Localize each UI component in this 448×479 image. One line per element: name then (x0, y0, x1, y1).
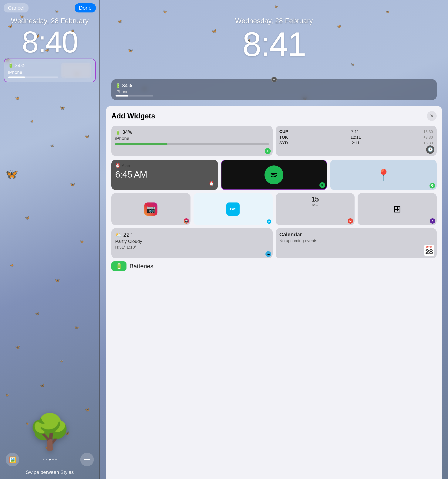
weather-high-low: H:31° L:18° (115, 245, 269, 250)
alarm-clock-icon: ⏰ (115, 163, 120, 168)
spotify-logo (264, 166, 283, 184)
dot-1 (43, 459, 44, 460)
spotify-badge (319, 182, 325, 188)
right-top-battery-widget: − 🔋 34% iPhone (111, 79, 437, 100)
calendar-widget-content: Calendar No upcoming events (279, 232, 433, 243)
widget-card-calendar[interactable]: Calendar No upcoming events WED 28 (276, 228, 437, 258)
cancel-button[interactable]: Cancel (4, 3, 28, 13)
widget-card-alarm[interactable]: ⏰ Alarm 6:45 AM ⏰ (111, 160, 218, 190)
sheet-header: Add Widgets ✕ (106, 106, 442, 124)
right-battery-bar (116, 95, 153, 97)
right-battery-pct: 34% (122, 83, 132, 89)
dot-5 (55, 459, 57, 460)
right-time: 8:41 (100, 25, 448, 64)
spotify-widget-content (264, 166, 283, 184)
paytm-badge: P (267, 220, 271, 224)
bottom-icons-row: 🖼️ ••• (0, 453, 99, 466)
right-battery-info: 🔋 34% iPhone (116, 83, 153, 97)
widget-card-weather[interactable]: ⛅ 22° Partly Cloudy H:31° L:18° ☁ (111, 228, 273, 258)
clock-time-cup: 7:11 (351, 129, 359, 134)
page-dots (43, 453, 57, 466)
widget-card-instagram[interactable]: 📷 📷 (111, 193, 191, 225)
worldclock-widget-content: CUP 7:11 -13:30 TOK 12:11 +3:30 SYD 2:11… (279, 129, 433, 146)
battery-widget-left: 🔋 34% iPhone (8, 62, 58, 78)
swipe-label: Swipe between Styles (26, 469, 74, 475)
instagram-badge: 📷 (184, 218, 189, 224)
left-landscape: 🌳 (0, 279, 99, 449)
clock-offset-tok: +3:30 (423, 135, 433, 140)
widget-card-maps[interactable]: 📍 (330, 160, 437, 190)
wallpaper-button[interactable]: 🖼️ (6, 453, 19, 466)
weather-temp: 22° (123, 232, 132, 238)
widget-card-scanner[interactable]: ⊞ ₹ (358, 193, 437, 225)
paytm-logo: PAY (226, 202, 240, 216)
maps-badge (429, 183, 435, 188)
alarm-time: 6:45 AM (115, 169, 214, 180)
widget-card-spotify[interactable] (221, 160, 327, 190)
widget-card-battery[interactable]: 🔋 34% iPhone + (111, 126, 273, 156)
battery-percentage-left: 34% (15, 62, 25, 69)
sheet-title: Add Widgets (111, 112, 155, 120)
clock-offset-syd: +5:30 (423, 141, 433, 145)
left-bottom-bar: 🖼️ ••• Swipe between Styles (0, 453, 99, 475)
sheet-close-button[interactable]: ✕ (427, 111, 437, 121)
right-battery-name: iPhone (116, 89, 153, 94)
right-date: Wednesday, 28 February (100, 17, 448, 25)
right-battery-bar-fill (116, 95, 128, 97)
left-top-bar: Cancel Done (0, 3, 99, 13)
calendar-title: Calendar (279, 232, 433, 238)
weather-app-badge: ☁ (265, 251, 271, 257)
widget-card-worldclock[interactable]: CUP 7:11 -13:30 TOK 12:11 +3:30 SYD 2:11… (276, 126, 437, 156)
gmail-count-label: new (276, 203, 355, 207)
gmail-count-number: 15 (276, 195, 355, 203)
calendar-date-badge: WED 28 (424, 245, 435, 256)
widgets-grid-row3: 📷 📷 PAY P 15 new M (106, 193, 442, 225)
battery-bar-left (8, 76, 58, 78)
dot-3-active (49, 459, 51, 460)
remove-widget-button[interactable]: − (271, 77, 277, 82)
scanner-icon: ⊞ (393, 204, 401, 215)
phonepe-badge: ₹ (430, 218, 435, 224)
clock-city-tok: TOK (279, 135, 288, 140)
clock-city-syd: SYD (279, 140, 288, 146)
battery-widget-bar (115, 143, 167, 145)
widget-card-gmail[interactable]: 15 new M (276, 193, 355, 225)
battery-icon-left: 🔋 (8, 63, 13, 68)
tree-figure: 🌳 (28, 415, 71, 449)
right-battery-icon: 🔋 (116, 83, 121, 88)
battery-widget-pct: 34% (122, 129, 132, 135)
gmail-badge: M (348, 218, 353, 224)
maps-icon: 📍 (376, 168, 391, 182)
widgets-grid-row1: 🔋 34% iPhone + CUP 7:11 -13:30 (106, 124, 442, 160)
widgets-grid-row2: ⏰ Alarm 6:45 AM ⏰ (106, 160, 442, 190)
left-widget-area[interactable]: 🔋 34% iPhone (4, 59, 96, 82)
more-button[interactable]: ••• (80, 453, 94, 466)
alarm-label: Alarm (122, 163, 132, 168)
clock-row-cup: CUP 7:11 -13:30 (279, 129, 433, 134)
batteries-section[interactable]: 🔋 Batteries (106, 261, 442, 271)
right-panel: 🦋 🦋 🦋 🦋 🦋 🦋 🦋 🦋 🦋 🦋 🦋 🦋 🦋 🦋 🦋 🦋 Wednesda… (100, 0, 448, 479)
widget-card-paytm[interactable]: PAY P (193, 193, 273, 225)
left-panel: 🦋 🦋 🦋 🦋 🦋 🦋 🦋 🦋 🦋 🦋 🦋 🦋 🦋 🦋 🦋 🦋 🦋 🦋 🦋 🦋 … (0, 0, 100, 479)
done-button[interactable]: Done (75, 3, 96, 13)
battery-widget-icon: 🔋 (115, 130, 121, 135)
weather-description: Partly Cloudy (115, 239, 269, 244)
batteries-icon: 🔋 (111, 261, 126, 271)
alarm-widget-content: ⏰ Alarm 6:45 AM (115, 163, 214, 180)
alarm-badge-icon: ⏰ (207, 180, 216, 188)
battery-label-left: iPhone (8, 70, 58, 75)
weather-icon: ⛅ (115, 232, 122, 238)
instagram-logo: 📷 (144, 202, 158, 216)
dot-2 (46, 459, 47, 460)
widgets-grid-row4: ⛅ 22° Partly Cloudy H:31° L:18° ☁ Calend… (106, 228, 442, 258)
add-battery-widget-button[interactable]: + (265, 148, 271, 154)
paytm-content: PAY (226, 202, 240, 216)
battery-widget-content: 🔋 34% iPhone (115, 129, 269, 145)
battery-bar-fill-left (8, 76, 25, 78)
left-date: Wednesday, 28 February (0, 17, 99, 25)
weather-widget-content: ⛅ 22° Partly Cloudy H:31° L:18° (115, 232, 269, 250)
calendar-date-num: 28 (425, 249, 433, 255)
gmail-count-display: 15 new (276, 195, 355, 207)
calendar-subtitle: No upcoming events (279, 238, 433, 243)
blurred-widget (61, 63, 91, 78)
